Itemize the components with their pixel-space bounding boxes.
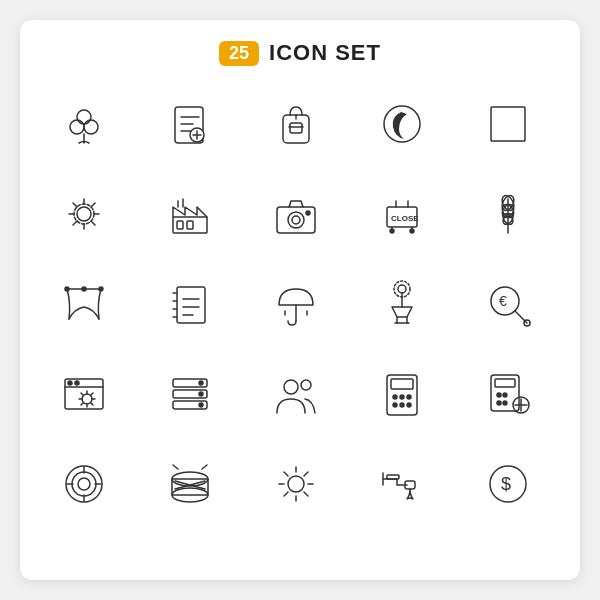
svg-rect-84 (495, 379, 515, 387)
svg-rect-10 (290, 123, 302, 133)
svg-point-23 (306, 211, 310, 215)
svg-point-93 (72, 472, 96, 496)
svg-point-0 (77, 110, 91, 124)
svg-point-82 (407, 403, 411, 407)
svg-line-111 (304, 472, 308, 476)
svg-point-40 (65, 287, 69, 291)
icon-square (464, 84, 552, 164)
icon-sun (252, 444, 340, 524)
svg-rect-76 (391, 379, 413, 389)
svg-point-87 (497, 401, 501, 405)
svg-point-77 (393, 395, 397, 399)
svg-point-65 (75, 381, 79, 385)
icon-faucet (358, 444, 446, 524)
icon-calc-plus (464, 354, 552, 434)
svg-point-41 (99, 287, 103, 291)
svg-rect-43 (177, 287, 205, 323)
icon-curtains (40, 264, 128, 344)
svg-point-81 (400, 403, 404, 407)
svg-point-72 (199, 403, 203, 407)
svg-rect-15 (173, 217, 207, 233)
icon-umbrella (252, 264, 340, 344)
svg-point-104 (288, 476, 304, 492)
icon-wheat (464, 174, 552, 254)
icon-set-card: 25 ICON SET (20, 20, 580, 580)
svg-point-79 (407, 395, 411, 399)
svg-line-109 (284, 472, 288, 476)
svg-line-112 (284, 492, 288, 496)
icon-users (252, 354, 340, 434)
svg-point-71 (199, 392, 203, 396)
icon-euro-target: € (464, 264, 552, 344)
icon-server-stack (146, 354, 234, 434)
icon-factory (146, 174, 234, 254)
svg-point-74 (301, 380, 311, 390)
icon-calculator (358, 354, 446, 434)
svg-rect-16 (177, 221, 183, 229)
svg-point-64 (68, 381, 72, 385)
svg-line-110 (304, 492, 308, 496)
svg-text:$: $ (501, 474, 511, 494)
svg-point-94 (78, 478, 90, 490)
icon-gear (40, 174, 128, 254)
icon-clover (40, 84, 128, 164)
icon-grid: CLOSE (40, 84, 560, 524)
svg-rect-113 (387, 475, 399, 479)
icon-funnel (358, 264, 446, 344)
svg-point-21 (288, 212, 304, 228)
svg-point-70 (199, 381, 203, 385)
svg-point-85 (497, 393, 501, 397)
header: 25 ICON SET (40, 40, 560, 66)
svg-point-11 (384, 106, 420, 142)
svg-point-54 (398, 285, 406, 293)
icon-close-sign: CLOSE (358, 174, 446, 254)
svg-point-88 (503, 401, 507, 405)
svg-point-80 (393, 403, 397, 407)
svg-point-78 (400, 395, 404, 399)
page-title: ICON SET (269, 40, 381, 66)
svg-point-2 (84, 120, 98, 134)
badge-count: 25 (219, 41, 259, 66)
svg-point-13 (77, 207, 91, 221)
icon-notebook (146, 264, 234, 344)
svg-point-22 (292, 216, 300, 224)
svg-text:CLOSE: CLOSE (391, 214, 419, 223)
svg-text:€: € (499, 293, 507, 309)
svg-point-86 (503, 393, 507, 397)
icon-moon-circle (358, 84, 446, 164)
icon-dollar-circle: $ (464, 444, 552, 524)
icon-camera (252, 174, 340, 254)
svg-point-1 (70, 120, 84, 134)
svg-point-73 (284, 380, 298, 394)
icon-drum (146, 444, 234, 524)
icon-browser-settings (40, 354, 128, 434)
icon-medical-report (146, 84, 234, 164)
svg-rect-17 (187, 221, 193, 229)
svg-rect-12 (491, 107, 525, 141)
icon-target (40, 444, 128, 524)
svg-point-42 (82, 287, 86, 291)
icon-backpack (252, 84, 340, 164)
